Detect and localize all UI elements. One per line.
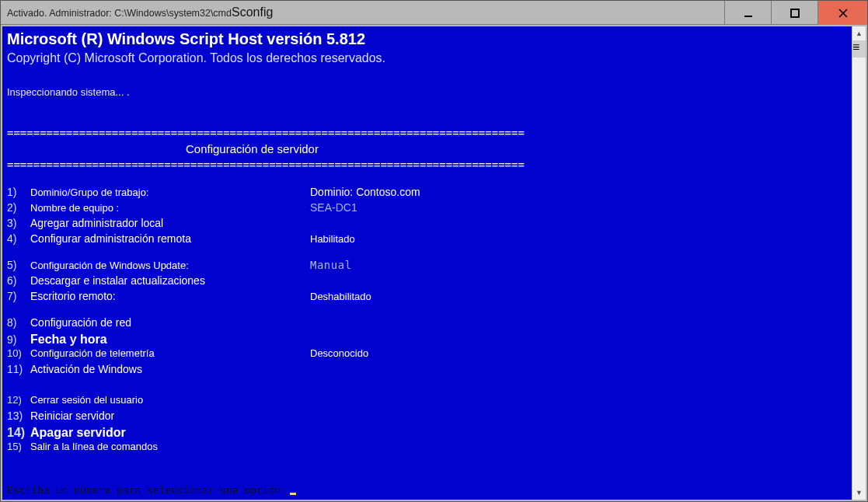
menu-label: Escritorio remoto: [30, 290, 310, 304]
window-controls [724, 1, 867, 24]
menu-label: Descargar e instalar actualizaciones [30, 274, 310, 288]
separator-top: ========================================… [7, 127, 847, 141]
minimize-icon [744, 9, 753, 18]
menu-label: Configuración de telemetría [30, 347, 310, 360]
menu-block-3: 8) Configuración de red 9) Fecha y hora … [7, 316, 847, 378]
input-prompt[interactable]: Escriba un número para seleccionar una o… [7, 484, 296, 497]
menu-item-2[interactable]: 2) Nombre de equipo : SEA-DC1 [7, 201, 847, 217]
title-prefix: Activado. Administrador: C:\Windows\syst… [7, 8, 232, 19]
console-area[interactable]: Microsoft (R) Windows Script Host versió… [2, 26, 852, 500]
menu-value: Deshabilitado [310, 291, 371, 303]
menu-item-3[interactable]: 3) Agregar administrador local [7, 217, 847, 232]
menu-item-5[interactable]: 5) Configuración de Windows Update: Manu… [7, 259, 847, 274]
menu-label: Agregar administrador local [30, 217, 310, 231]
menu-label: Configuración de Windows Update: [30, 260, 310, 272]
window-title: Activado. Administrador: C:\Windows\syst… [1, 5, 273, 19]
menu-label: Activación de Windows [30, 363, 310, 377]
cmd-window: Activado. Administrador: C:\Windows\syst… [0, 0, 868, 502]
menu-label: Reiniciar servidor [30, 410, 310, 424]
section-title: Configuración de servidor [7, 142, 847, 157]
menu-label: Configuración de red [30, 316, 310, 330]
menu-num: 2) [7, 201, 30, 215]
menu-item-8[interactable]: 8) Configuración de red [7, 316, 847, 332]
menu-item-7[interactable]: 7) Escritorio remoto: Deshabilitado [7, 290, 847, 305]
menu-item-14[interactable]: 14) Apagar servidor [7, 425, 847, 441]
maximize-button[interactable] [771, 1, 817, 25]
menu-num: 4) [7, 232, 30, 246]
menu-value: SEA-DC1 [310, 201, 357, 215]
menu-num: 14) [7, 425, 30, 441]
window-body: Microsoft (R) Windows Script Host versió… [1, 25, 867, 501]
menu-num: 8) [7, 316, 30, 330]
menu-num: 11) [7, 363, 30, 377]
close-button[interactable] [817, 1, 867, 25]
menu-value: Dominio: Contoso.com [310, 186, 420, 200]
close-icon [838, 9, 848, 18]
prompt-text: Escriba un número para seleccionar una o… [7, 484, 287, 497]
menu-label: Configurar administración remota [30, 232, 310, 246]
scroll-track[interactable] [852, 58, 866, 486]
menu-block-2: 5) Configuración de Windows Update: Manu… [7, 259, 847, 305]
vertical-scrollbar[interactable]: ▲ ≡ ▼ [852, 26, 866, 500]
menu-label: Cerrar sesión del usuario [30, 394, 310, 406]
menu-item-13[interactable]: 13) Reiniciar servidor [7, 410, 847, 425]
menu-num: 12) [7, 394, 30, 406]
separator-bottom: ========================================… [7, 159, 847, 173]
titlebar[interactable]: Activado. Administrador: C:\Windows\syst… [1, 1, 867, 25]
menu-item-10[interactable]: 10) Configuración de telemetría Desconoc… [7, 347, 847, 363]
menu-num: 6) [7, 274, 30, 288]
menu-block-1: 1) Dominio/Grupo de trabajo: Dominio: Co… [7, 186, 847, 248]
title-suffix: Sconfig [232, 5, 273, 19]
menu-item-1[interactable]: 1) Dominio/Grupo de trabajo: Dominio: Co… [7, 186, 847, 201]
menu-label: Fecha y hora [30, 332, 310, 347]
menu-item-12[interactable]: 12) Cerrar sesión del usuario [7, 394, 847, 410]
menu-num: 1) [7, 186, 30, 200]
inspecting-line: Inspeccionando sistema... . [7, 86, 847, 99]
cursor-icon [290, 493, 296, 495]
menu-num: 15) [7, 441, 30, 453]
minimize-button[interactable] [724, 1, 771, 25]
svg-rect-0 [744, 16, 752, 17]
menu-num: 9) [7, 333, 30, 347]
menu-num: 3) [7, 217, 30, 231]
menu-block-4: 12) Cerrar sesión del usuario 13) Reinic… [7, 394, 847, 456]
menu-num: 10) [7, 347, 30, 360]
menu-label: Nombre de equipo : [30, 202, 310, 214]
menu-num: 7) [7, 290, 30, 304]
menu-item-15[interactable]: 15) Salir a la línea de comandos [7, 441, 847, 456]
menu-item-4[interactable]: 4) Configurar administración remota Habi… [7, 232, 847, 248]
menu-item-11[interactable]: 11) Activación de Windows [7, 363, 847, 378]
scroll-down-button[interactable]: ▼ [852, 486, 866, 500]
copyright-line: Copyright (C) Microsoft Corporation. Tod… [7, 51, 847, 66]
menu-label: Dominio/Grupo de trabajo: [30, 187, 310, 199]
menu-num: 13) [7, 410, 30, 424]
menu-item-9[interactable]: 9) Fecha y hora [7, 332, 847, 347]
menu-label: Apagar servidor [30, 425, 310, 441]
menu-value: Desconocido [310, 347, 368, 360]
scroll-thumb[interactable]: ≡ [852, 40, 866, 58]
menu-value: Habilitado [310, 233, 355, 246]
menu-label: Salir a la línea de comandos [30, 441, 310, 453]
maximize-icon [790, 9, 800, 18]
menu-item-6[interactable]: 6) Descargar e instalar actualizaciones [7, 274, 847, 290]
svg-rect-1 [791, 9, 799, 17]
menu-value: Manual [310, 259, 352, 273]
script-host-header: Microsoft (R) Windows Script Host versió… [7, 30, 847, 49]
menu-num: 5) [7, 259, 30, 273]
scroll-up-button[interactable]: ▲ [852, 26, 866, 40]
